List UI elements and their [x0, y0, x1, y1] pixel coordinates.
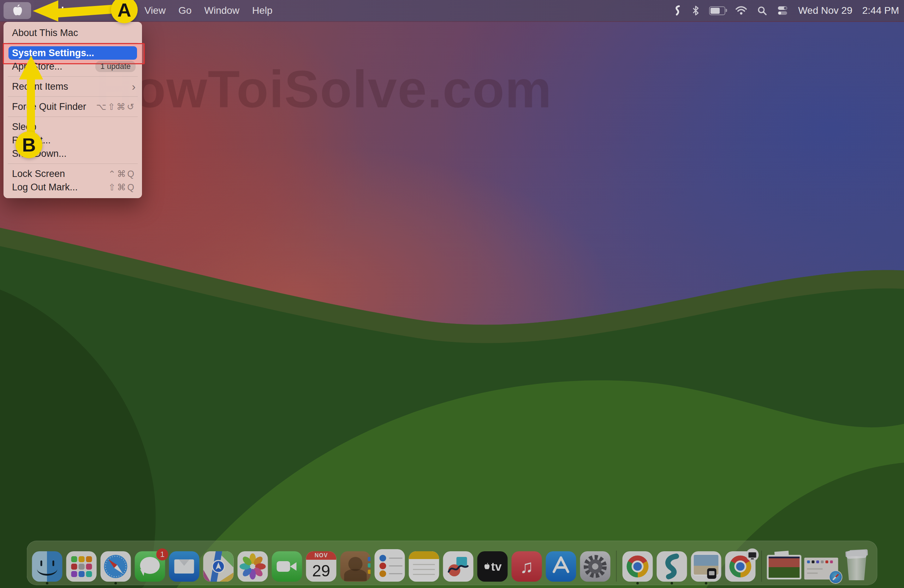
calendar-month: NOV [306, 551, 337, 560]
reminders-icon [375, 549, 405, 582]
menu-bar-app-name[interactable]: Finder [43, 5, 73, 16]
dock-app-notes[interactable] [409, 551, 439, 582]
menu-bar-item-edit[interactable]: Edit [115, 5, 132, 16]
safari-icon [101, 551, 131, 582]
mail-icon [169, 551, 199, 582]
messages-badge: 1 [156, 548, 168, 560]
menu-separator [8, 76, 138, 77]
menu-bar-status-area: Wed Nov 29 2:44 PM [673, 5, 904, 16]
menu-item-system-settings[interactable]: System Settings... [8, 46, 137, 60]
dock-trash[interactable] [841, 551, 872, 582]
dock-app-chrome[interactable] [622, 551, 653, 582]
app-store-icon [546, 551, 576, 582]
dock-app-messages[interactable]: 1 [134, 551, 166, 582]
safari-badge-icon [830, 571, 842, 583]
running-indicator [670, 582, 673, 585]
dock-app-safari[interactable] [100, 551, 131, 582]
dock-app-chrome-screen-share[interactable] [725, 551, 756, 582]
menu-separator [8, 117, 138, 117]
menu-bar-item-window[interactable]: Window [204, 5, 239, 16]
apple-tv-icon: tv [477, 551, 508, 582]
dock-app-preview[interactable] [691, 551, 722, 582]
music-icon: ♫ [512, 551, 542, 582]
apple-menu-button[interactable] [3, 2, 31, 19]
menu-separator [8, 96, 138, 97]
dock-app-contacts[interactable] [340, 551, 371, 582]
preview-icon [691, 551, 721, 582]
dock-app-finder[interactable] [32, 551, 63, 582]
bluetooth-icon[interactable] [692, 5, 699, 16]
menu-bar-item-go[interactable]: Go [178, 5, 191, 16]
launchpad-icon [66, 551, 97, 582]
menu-item-shut-down[interactable]: Shut Down... [3, 147, 142, 160]
dock-app-app-store[interactable] [545, 551, 577, 582]
photos-icon [238, 551, 268, 582]
calendar-icon: NOV 29 [306, 551, 337, 582]
dock: 1 [27, 541, 877, 585]
desktop: HowToiSolve.com Finder File Edit View Go… [0, 0, 904, 588]
system-settings-gear-icon [580, 551, 610, 582]
finder-icon [32, 551, 63, 582]
dock-app-system-settings[interactable] [580, 551, 611, 582]
dock-app-mail[interactable] [169, 551, 200, 582]
dock-divider [616, 550, 617, 582]
freeform-icon [443, 551, 474, 582]
menu-bar-time[interactable]: 2:44 PM [862, 5, 899, 16]
menu-bar-item-view[interactable]: View [144, 5, 166, 16]
menu-item-about-this-mac[interactable]: About This Mac [3, 26, 142, 40]
apple-logo-icon [11, 3, 23, 17]
menu-separator [8, 163, 138, 164]
wifi-icon[interactable] [735, 6, 747, 15]
dock-app-music[interactable]: ♫ [511, 551, 542, 582]
apple-tv-label: tv [491, 560, 501, 574]
menu-item-sleep[interactable]: Sleep [3, 120, 142, 133]
dock-app-calendar[interactable]: NOV 29 [306, 551, 337, 582]
menu-item-app-store[interactable]: App Store... 1 update [3, 60, 142, 73]
submenu-chevron-icon: › [132, 81, 136, 92]
menu-bar: Finder File Edit View Go Window Help [0, 0, 904, 22]
dock-app-surfshark[interactable] [656, 551, 687, 582]
trash-full-icon [844, 551, 870, 581]
dock-app-photos[interactable] [237, 551, 269, 582]
dock-app-facetime[interactable] [272, 551, 303, 582]
control-center-icon[interactable] [777, 5, 788, 16]
surfshark-icon[interactable] [673, 5, 682, 16]
menu-item-log-out[interactable]: Log Out Mark... ⇧⌘Q [3, 180, 142, 194]
chrome-icon [623, 551, 653, 582]
contacts-icon [340, 551, 371, 582]
menu-item-lock-screen[interactable]: Lock Screen ⌃⌘Q [3, 167, 142, 180]
dock-app-maps[interactable] [203, 551, 234, 582]
dock-minimized-window-safari[interactable] [804, 558, 838, 582]
dock-app-launchpad[interactable] [66, 551, 97, 582]
update-badge: 1 update [95, 61, 136, 72]
spotlight-search-icon[interactable] [757, 6, 767, 16]
menu-item-force-quit-finder[interactable]: Force Quit Finder ⌥⇧⌘↺ [3, 100, 142, 113]
maps-icon [204, 551, 234, 582]
running-indicator [114, 582, 117, 585]
minimized-window-thumbnail [804, 558, 838, 580]
dock-divider [761, 550, 762, 582]
menu-bar-item-help[interactable]: Help [252, 5, 273, 16]
running-indicator [636, 582, 639, 585]
minimized-window-thumbnail [768, 555, 801, 579]
apple-menu: About This Mac System Settings... App St… [3, 22, 142, 198]
notes-icon [409, 551, 439, 582]
menu-item-recent-items[interactable]: Recent Items › [3, 80, 142, 93]
running-indicator [705, 582, 707, 585]
dock-app-reminders[interactable] [374, 549, 405, 582]
dock-app-apple-tv[interactable]: tv [477, 551, 508, 582]
menu-bar-item-file[interactable]: File [86, 5, 102, 16]
dock-minimized-window-screenshot[interactable] [767, 555, 801, 582]
dock-app-freeform[interactable] [443, 551, 474, 582]
menu-bar-left: Finder File Edit View Go Window Help [0, 2, 273, 19]
surfshark-icon [657, 551, 687, 582]
menu-bar-date[interactable]: Wed Nov 29 [798, 5, 852, 16]
battery-icon[interactable] [709, 6, 725, 15]
running-indicator [46, 582, 48, 585]
facetime-icon [272, 551, 302, 582]
calendar-day: 29 [306, 560, 337, 582]
menu-item-restart[interactable]: Restart... [3, 133, 142, 147]
screen-share-overlay-icon [746, 548, 759, 561]
